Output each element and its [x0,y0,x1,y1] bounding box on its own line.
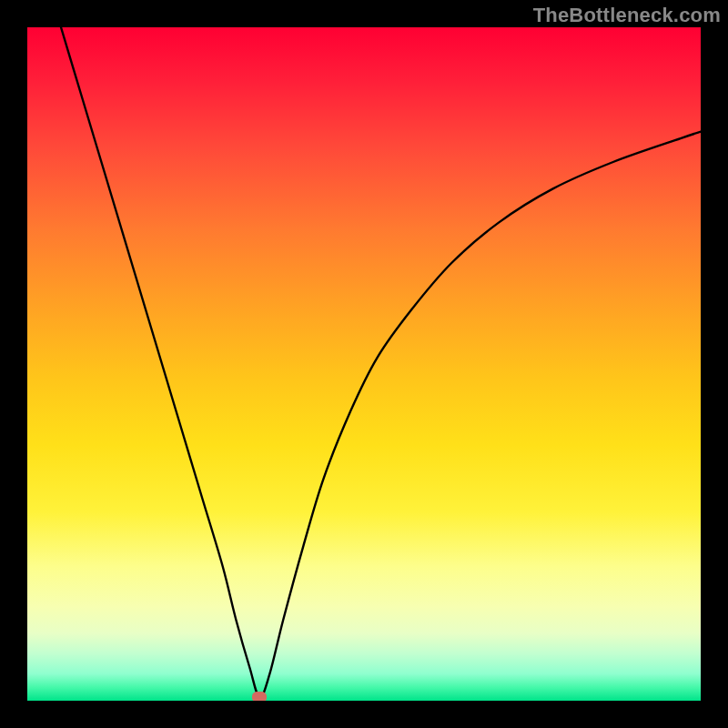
plot-area [27,27,701,701]
chart-frame: TheBottleneck.com [0,0,728,728]
watermark-text: TheBottleneck.com [533,4,721,27]
minimum-marker [252,692,267,701]
bottleneck-curve [61,27,701,697]
curve-svg [27,27,701,701]
